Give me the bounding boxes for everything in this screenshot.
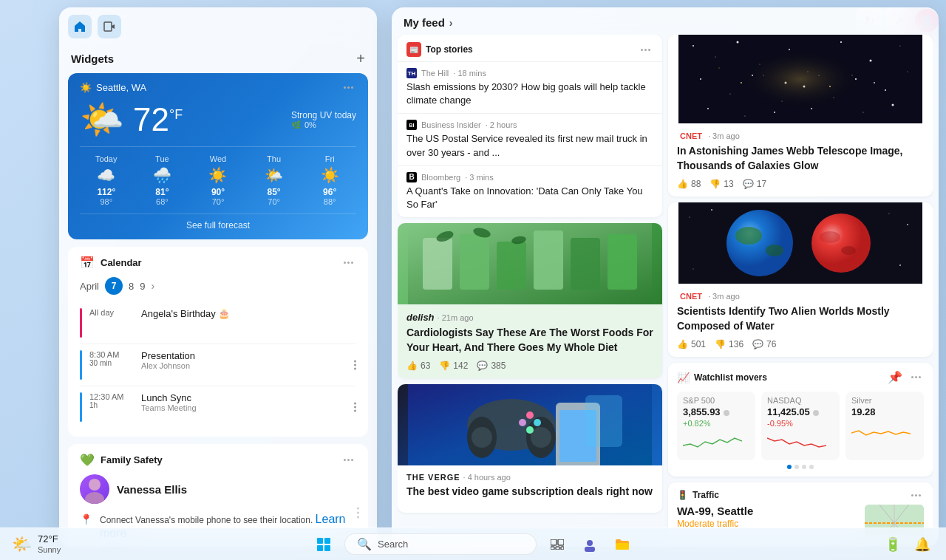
watchlist-dot-4[interactable] bbox=[809, 465, 814, 469]
traffic-title: 🚦 Traffic bbox=[677, 490, 719, 500]
location-icon: ☀️ bbox=[80, 82, 92, 93]
top-stories-card: 📰 Top stories TH The Hill · 18 mins bbox=[398, 35, 662, 217]
widgets-header: Widgets + bbox=[59, 41, 377, 73]
svg-rect-13 bbox=[534, 231, 563, 290]
system-tray-icon[interactable]: 🔋 bbox=[881, 533, 905, 556]
svg-point-24 bbox=[472, 427, 492, 448]
svg-point-77 bbox=[811, 214, 871, 273]
svg-point-41 bbox=[870, 60, 872, 62]
calendar-menu-dots[interactable] bbox=[341, 259, 356, 267]
svg-point-56 bbox=[863, 112, 864, 113]
calendar-icon: 📅 bbox=[80, 256, 95, 270]
family-side-dots[interactable] bbox=[357, 508, 359, 519]
taskbar-search-bar[interactable]: 🔍 Search bbox=[344, 533, 537, 555]
svg-point-36 bbox=[737, 41, 739, 44]
galaxy-comment[interactable]: 💬 17 bbox=[743, 179, 766, 189]
delish-comment[interactable]: 💬385 bbox=[477, 361, 506, 371]
calendar-title: Calendar bbox=[101, 257, 142, 268]
event-presentation-dots[interactable] bbox=[354, 361, 356, 370]
planets-svg bbox=[668, 202, 933, 284]
notification-icon[interactable]: 🔔 bbox=[911, 533, 934, 556]
calendar-day-7[interactable]: 7 bbox=[105, 277, 123, 295]
stock-sp500[interactable]: S&P 500 3,855.93 +0.82% bbox=[677, 392, 755, 460]
svg-rect-11 bbox=[460, 234, 489, 290]
feed-header: My feed › bbox=[392, 7, 939, 35]
top-stories-badge: 📰 Top stories bbox=[406, 42, 473, 57]
galaxy-dislike[interactable]: 👎 13 bbox=[710, 179, 733, 189]
file-explorer-button[interactable] bbox=[610, 533, 634, 556]
watchlist-pin-icon[interactable]: 📌 bbox=[888, 370, 902, 384]
weather-uv: 🌿 0% bbox=[291, 120, 356, 130]
family-safety-menu-dots[interactable] bbox=[341, 456, 356, 464]
calendar-event-birthday[interactable]: All day Angela's Birthday 🎂 bbox=[80, 302, 356, 344]
svg-point-34 bbox=[693, 45, 694, 47]
planets-like[interactable]: 👍 501 bbox=[677, 339, 706, 349]
silver-sparkline bbox=[851, 422, 911, 444]
svg-point-70 bbox=[889, 214, 890, 214]
planets-comment[interactable]: 💬 76 bbox=[752, 339, 776, 349]
svg-point-28 bbox=[526, 426, 534, 434]
feed-title[interactable]: My feed › bbox=[404, 16, 453, 29]
start-button[interactable] bbox=[312, 533, 336, 556]
top-stories-menu[interactable] bbox=[638, 46, 653, 54]
watchlist-page-dots bbox=[677, 465, 924, 469]
svg-point-68 bbox=[690, 217, 690, 218]
calendar-event-presentation[interactable]: 8:30 AM 30 min Presentation Alex Johnson bbox=[80, 344, 356, 386]
bloomberg-source-icon: B bbox=[406, 172, 417, 182]
watchlist-dot-1[interactable] bbox=[787, 465, 792, 469]
teams-button[interactable] bbox=[578, 533, 602, 556]
svg-point-27 bbox=[534, 419, 541, 426]
news-item-bi[interactable]: BI Business Insider · 2 hours The US Pos… bbox=[398, 113, 662, 165]
delish-logo: delish bbox=[406, 312, 435, 323]
svg-rect-32 bbox=[585, 395, 622, 447]
cnet-planets-logo: CNET bbox=[677, 291, 705, 301]
calendar-next-arrow[interactable]: › bbox=[151, 280, 154, 292]
hill-source-icon: TH bbox=[406, 68, 417, 78]
svg-rect-90 bbox=[558, 539, 564, 545]
cnet-galaxy-logo: CNET bbox=[677, 131, 705, 141]
svg-rect-91 bbox=[551, 547, 554, 550]
feed-left-column: 📰 Top stories TH The Hill · 18 mins bbox=[398, 35, 665, 536]
svg-point-79 bbox=[841, 246, 856, 255]
task-view-icon bbox=[551, 539, 564, 550]
svg-point-7 bbox=[85, 492, 104, 504]
svg-point-60 bbox=[741, 82, 742, 83]
stock-nasdaq[interactable]: NASDAQ 11,425.05 -0.95% bbox=[761, 392, 840, 460]
watchlist-dot-3[interactable] bbox=[802, 465, 806, 469]
news-item-hill[interactable]: TH The Hill · 18 mins Slash emissions by… bbox=[398, 61, 662, 113]
task-view-button[interactable] bbox=[545, 533, 569, 556]
watchlist-menu-dots[interactable] bbox=[908, 373, 924, 381]
watchlist-dot-2[interactable] bbox=[794, 465, 799, 469]
weather-condition: Strong UV today bbox=[291, 110, 356, 120]
controller-svg bbox=[398, 384, 662, 465]
widgets-add-button[interactable]: + bbox=[356, 50, 365, 67]
svg-point-59 bbox=[719, 68, 720, 69]
see-full-forecast-button[interactable]: See full forecast bbox=[80, 214, 356, 231]
traffic-header: 🚦 Traffic bbox=[677, 490, 924, 500]
svg-rect-92 bbox=[556, 547, 559, 550]
weather-menu-dots[interactable] bbox=[341, 83, 356, 92]
svg-rect-95 bbox=[585, 547, 595, 552]
news-item-bloomberg[interactable]: B Bloomberg · 3 mins A Quant's Take on I… bbox=[398, 165, 662, 217]
watchlist-star-icon: 📈 bbox=[677, 372, 690, 383]
widgets-video-icon[interactable] bbox=[98, 15, 121, 38]
delish-card-body: delish · 21m ago Cardiologists Say These… bbox=[398, 304, 662, 378]
event-lunch-dots[interactable] bbox=[354, 403, 356, 412]
svg-point-78 bbox=[820, 231, 840, 243]
calendar-event-lunch[interactable]: 12:30 AM 1h Lunch Sync Teams Meeting bbox=[80, 386, 356, 428]
traffic-menu-dots[interactable] bbox=[908, 491, 924, 499]
widgets-panel: Widgets + ☀️ Seattle, WA 🌤️ 72°F bbox=[59, 7, 377, 547]
svg-point-72 bbox=[693, 269, 694, 270]
svg-point-53 bbox=[745, 116, 746, 117]
svg-point-6 bbox=[89, 479, 101, 491]
planets-dislike[interactable]: 👎 136 bbox=[715, 339, 743, 349]
taskbar-weather[interactable]: 🌤️ 72°F Sunny bbox=[12, 533, 61, 555]
delish-like[interactable]: 👍63 bbox=[406, 361, 430, 371]
widgets-home-icon[interactable] bbox=[68, 15, 92, 38]
galaxy-like[interactable]: 👍 88 bbox=[677, 179, 701, 189]
svg-rect-10 bbox=[423, 238, 452, 290]
svg-point-64 bbox=[829, 86, 831, 87]
stock-silver[interactable]: Silver 19.28 bbox=[845, 392, 924, 460]
delish-dislike[interactable]: 👎142 bbox=[439, 361, 468, 371]
taskbar: 🌤️ 72°F Sunny 🔍 Search bbox=[0, 527, 946, 560]
